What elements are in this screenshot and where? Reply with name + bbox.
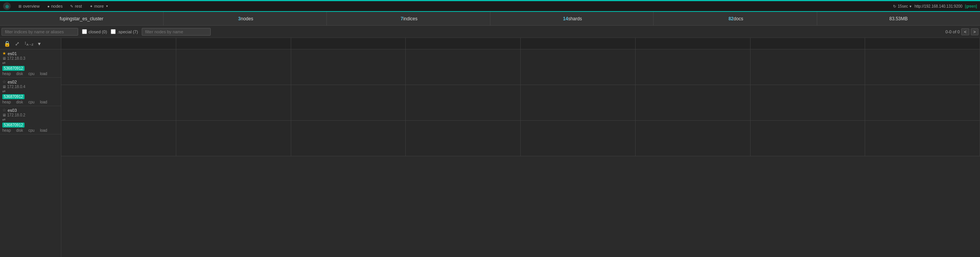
stat-size: 83.53MB [817,12,980,25]
node-row-es01[interactable]: ★ es01 🖥 172.18.0.3 ⇄ 536870912 heap [0,49,61,78]
nav-nodes[interactable]: ● nodes [43,1,66,11]
master-star-icon: ★ [2,51,6,56]
filter-bar: closed (0) .special (7) 0-0 of 0 < > [0,26,980,38]
indices-filter-input[interactable] [2,28,78,36]
node-row-es03[interactable]: ☆ es03 🖥 172.18.0.2 ⇄ 536870912 heap [0,106,61,134]
closed-checkbox-input[interactable] [82,29,87,34]
grid-row-es01 [61,49,980,85]
node-ip-es03: 🖥 172.18.0.2 [2,113,59,117]
grid-cell-r1-c1 [61,49,176,85]
nodes-filter-input[interactable] [142,28,211,36]
nav-right: ↻ 15sec ▾ http://192.168.140.131:9200 [g… [893,4,977,8]
expand-icon[interactable]: ⤢ [13,40,21,47]
nav-rest[interactable]: ✎ rest [66,1,85,11]
navbar: ◎ ⊞ overview ● nodes ✎ rest ✦ more ▾ ↻ 1… [0,1,980,12]
pagination-text: 0-0 of 0 [946,29,960,34]
node-transport-es03: ⇄ [2,118,59,122]
grid-cell-r3-c5 [521,121,636,156]
sort-az-icon[interactable]: ↕A→Z [23,39,35,47]
special-checkbox-input[interactable] [111,29,116,34]
metric-load-3: load [40,128,47,133]
left-nodes-panel: 🔒 ⤢ ↕A→Z ▾ ★ es01 🖥 172.18.0.3 [0,38,61,257]
metric-disk-2: disk [16,100,23,104]
grid-cell-r1-c8 [865,49,980,85]
transport-icon: ⇄ [2,61,5,65]
grid-cell-r2-c5 [521,85,636,121]
body-area: 🔒 ⤢ ↕A→Z ▾ ★ es01 🖥 172.18.0.3 [0,38,980,257]
pagination-info: 0-0 of 0 < > [946,28,978,35]
node-badge-es01: 536870912 [2,65,59,71]
stat-nodes: 3 nodes [164,12,327,25]
status-badge: [green] [965,4,977,8]
metric-cpu-2: cpu [28,100,34,104]
endpoint-url: http://192.168.140.131:9200 [green] [914,4,977,8]
transport-icon-3: ⇄ [2,118,5,122]
server-icon: 🖥 [2,56,7,61]
closed-filter-checkbox[interactable]: closed (0) [82,29,107,34]
grid-cell-r2-c3 [291,85,406,121]
node-transport-es02: ⇄ [2,89,59,93]
left-toolbar: 🔒 ⤢ ↕A→Z ▾ [0,38,61,49]
grid-cell-r1-c3 [291,49,406,85]
node-ip-es01: 🖥 172.18.0.3 [2,56,59,61]
refresh-control[interactable]: ↻ 15sec ▾ [893,4,911,8]
grid-cell-r1-c4 [406,49,521,85]
grid-cell-r1-c6 [636,49,751,85]
transport-icon-2: ⇄ [2,89,5,93]
nav-more[interactable]: ✦ more ▾ [86,1,112,11]
nodes-icon: ● [47,4,49,8]
next-page-button[interactable]: > [971,28,978,35]
stat-indices: 7 indices [327,12,490,25]
page-wrapper: ◎ ⊞ overview ● nodes ✎ rest ✦ more ▾ ↻ 1… [0,0,980,257]
node-metrics-es03: heap disk cpu load [2,128,59,133]
node-transport-es01: ⇄ [2,61,59,65]
refresh-interval: 15sec [898,4,908,8]
lock-icon[interactable]: 🔒 [2,40,12,47]
nav-nodes-label: nodes [51,4,62,8]
grid-cell-r3-c4 [406,121,521,156]
grid-cell-r1-c2 [176,49,291,85]
prev-page-button[interactable]: < [961,28,969,35]
app-logo[interactable]: ◎ [3,2,11,10]
grid-cell-r3-c3 [291,121,406,156]
grid-cell-r2-c7 [751,85,865,121]
grid-row-es03 [61,121,980,156]
metric-disk: disk [16,72,23,76]
column-headers-row [61,38,980,49]
grid-cell-r3-c8 [865,121,980,156]
server-icon-3: 🖥 [2,113,7,117]
rest-icon: ✎ [70,4,73,8]
col-header-4 [406,38,521,49]
refresh-icon: ↻ [893,4,896,8]
closed-label: closed (0) [88,29,107,34]
refresh-dropdown-icon: ▾ [910,4,911,8]
more-dropdown-icon: ▾ [106,4,108,8]
grid-cell-r2-c2 [176,85,291,121]
col-header-1 [61,38,176,49]
grid-cell-r3-c1 [61,121,176,156]
node-row-es02[interactable]: ☆ es02 🖥 172.18.0.4 ⇄ 536870912 heap [0,78,61,106]
grid-cell-r2-c6 [636,85,751,121]
node-ip-es02: 🖥 172.18.0.4 [2,85,59,89]
grid-cell-r3-c6 [636,121,751,156]
metric-heap: heap [2,72,11,76]
stat-cluster: fupingstar_es_cluster [0,12,164,25]
sort-dropdown-icon[interactable]: ▾ [36,40,42,47]
grid-cell-r2-c4 [406,85,521,121]
grid-cell-r1-c5 [521,49,636,85]
col-header-2 [176,38,291,49]
stats-bar: fupingstar_es_cluster 3 nodes 7 indices … [0,12,980,26]
overview-icon: ⊞ [18,4,21,8]
more-icon: ✦ [90,4,93,8]
node-metrics-es01: heap disk cpu load [2,72,59,76]
stat-docs: 82 docs [654,12,817,25]
metric-load-2: load [40,100,47,104]
nav-rest-label: rest [75,4,82,8]
grid-row-es02 [61,85,980,121]
grid-cell-r2-c8 [865,85,980,121]
col-header-6 [636,38,751,49]
col-header-8 [865,38,980,49]
nav-overview[interactable]: ⊞ overview [15,1,43,11]
server-icon-2: 🖥 [2,85,7,89]
special-filter-checkbox[interactable]: .special (7) [111,29,138,34]
